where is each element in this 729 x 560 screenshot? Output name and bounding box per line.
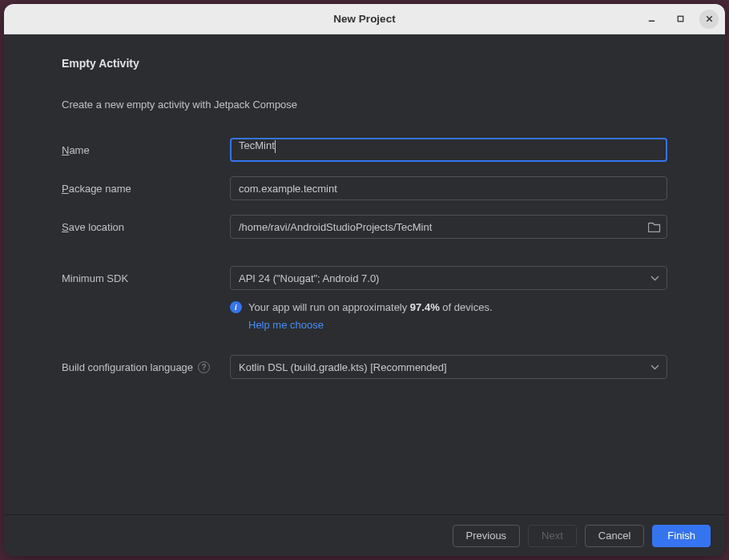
name-input[interactable]: TecMint [230, 138, 667, 162]
help-icon[interactable]: ? [198, 361, 210, 373]
chevron-down-icon [650, 276, 659, 281]
form-row-min-sdk: Minimum SDK API 24 ("Nougat"; Android 7.… [62, 266, 667, 290]
min-sdk-select[interactable]: API 24 ("Nougat"; Android 7.0) [230, 266, 667, 290]
save-location-label: Save location [62, 221, 230, 233]
help-me-choose-link[interactable]: Help me choose [248, 317, 493, 333]
svg-rect-1 [678, 16, 683, 22]
cancel-button[interactable]: Cancel [585, 525, 644, 547]
dialog-content: Empty Activity Create a new empty activi… [4, 34, 725, 514]
form-row-build-lang: Build configuration language ? Kotlin DS… [62, 355, 667, 379]
page-heading: Empty Activity [62, 57, 667, 70]
text-cursor-icon [275, 140, 276, 153]
form-row-save-location: Save location [62, 215, 667, 239]
build-lang-select[interactable]: Kotlin DSL (build.gradle.kts) [Recommend… [230, 355, 667, 379]
save-location-input[interactable] [230, 215, 667, 239]
min-sdk-label: Minimum SDK [62, 272, 230, 284]
titlebar: New Project [4, 4, 725, 34]
folder-icon[interactable] [648, 222, 661, 232]
maximize-button[interactable] [671, 10, 690, 29]
page-subheading: Create a new empty activity with Jetpack… [62, 99, 667, 111]
previous-button[interactable]: Previous [453, 525, 521, 547]
chevron-down-icon [650, 365, 659, 370]
close-button[interactable] [699, 10, 719, 29]
titlebar-controls [642, 10, 719, 29]
sdk-hint: i Your app will run on approximately 97.… [230, 300, 667, 332]
next-button: Next [528, 525, 577, 547]
form-row-name: Name TecMint [62, 138, 667, 162]
window-title: New Project [333, 13, 395, 25]
sdk-hint-text: Your app will run on approximately 97.4%… [248, 300, 493, 332]
package-name-input[interactable] [230, 176, 667, 200]
dialog-window: New Project Empty Activity Create a new … [4, 4, 725, 556]
name-label: Name [62, 144, 230, 156]
finish-button[interactable]: Finish [652, 525, 711, 547]
build-lang-label: Build configuration language ? [62, 361, 230, 373]
package-name-label: Package name [62, 183, 230, 195]
info-icon: i [230, 301, 242, 313]
minimize-button[interactable] [642, 10, 661, 29]
dialog-footer: Previous Next Cancel Finish [4, 514, 725, 556]
form-row-package: Package name [62, 176, 667, 200]
